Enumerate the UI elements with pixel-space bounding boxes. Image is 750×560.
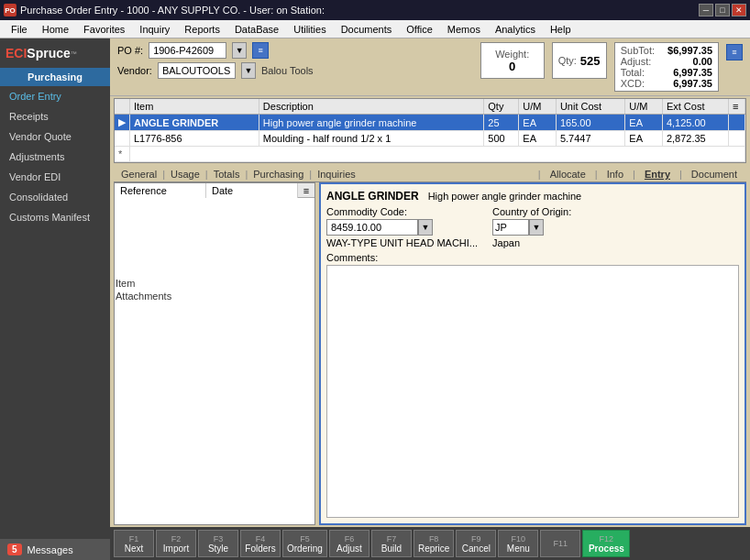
qty-value: 525 bbox=[580, 54, 601, 68]
item-um2: EA bbox=[625, 131, 663, 147]
messages-badge: 5 bbox=[7, 544, 22, 555]
col-settings-btn[interactable]: ≡ bbox=[729, 99, 745, 115]
subtot-label: SubTot: bbox=[621, 45, 655, 56]
menu-item-memos[interactable]: Memos bbox=[440, 22, 488, 37]
tab-inquiries[interactable]: Inquiries bbox=[314, 167, 359, 181]
window-title: Purchase Order Entry - 1000 - ANY SUPPLY… bbox=[20, 5, 325, 16]
po-label: PO #: bbox=[117, 45, 143, 56]
fkey-f12-process[interactable]: F12 Process bbox=[582, 530, 630, 557]
tab-allocate[interactable]: Allocate bbox=[545, 167, 591, 181]
menu-item-database[interactable]: DataBase bbox=[227, 22, 286, 37]
app-icon: PO bbox=[4, 4, 17, 16]
customs-item-name: ANGLE GRINDER bbox=[326, 190, 419, 203]
sidebar-item-order-entry[interactable]: Order Entry bbox=[0, 86, 110, 106]
sidebar-item-receipts[interactable]: Receipts bbox=[0, 106, 110, 126]
fkey-f9[interactable]: F9 Cancel bbox=[456, 530, 496, 557]
weight-label: Weight: bbox=[495, 49, 529, 60]
col-um: U/M bbox=[519, 99, 557, 115]
content-area: PO #: ▼ ≡ Vendor: ▼ Balou Tools Weight: … bbox=[110, 38, 750, 560]
menu-item-office[interactable]: Office bbox=[399, 22, 440, 37]
item-name: L1776-856 bbox=[130, 131, 259, 147]
commodity-code-label: Commodity Code: bbox=[326, 206, 478, 217]
menu-item-home[interactable]: Home bbox=[35, 22, 76, 37]
financial-summary: SubTot: $6,997.35 Adjust: 0.00 Total: 6,… bbox=[614, 42, 719, 92]
sidebar-item-customs-manifest[interactable]: Customs Manifest bbox=[0, 207, 110, 227]
item-qty: 500 bbox=[484, 131, 519, 147]
comments-textarea[interactable] bbox=[326, 265, 739, 518]
logo-eci: ECI bbox=[6, 46, 27, 60]
sidebar-messages[interactable]: 5 Messages bbox=[0, 539, 110, 560]
po-number-input[interactable] bbox=[149, 42, 226, 59]
item-name: ANGLE GRINDER bbox=[130, 115, 259, 131]
weight-value: 0 bbox=[495, 60, 529, 73]
adjust-value: 0.00 bbox=[662, 56, 712, 67]
col-ext-cost: Ext Cost bbox=[662, 99, 728, 115]
vendor-input[interactable] bbox=[158, 62, 236, 79]
fkey-f2[interactable]: F2 Import bbox=[156, 530, 196, 557]
tab-entry[interactable]: Entry bbox=[639, 167, 676, 181]
menu-item-help[interactable]: Help bbox=[543, 22, 579, 37]
row-arrow: ▶ bbox=[115, 115, 130, 131]
table-row-empty: * bbox=[115, 147, 745, 162]
tab-strip: General | Usage | Totals | Purchasing | … bbox=[114, 165, 746, 182]
tab-purchasing[interactable]: Purchasing bbox=[249, 167, 307, 181]
vendor-dropdown-button[interactable]: ▼ bbox=[241, 62, 256, 79]
item-qty: 25 bbox=[484, 115, 519, 131]
fkey-f7[interactable]: F7 Build bbox=[371, 530, 412, 557]
po-header: PO #: ▼ ≡ Vendor: ▼ Balou Tools Weight: … bbox=[110, 38, 750, 96]
table-row[interactable]: L1776-856 Moulding - half round 1/2 x 1 … bbox=[115, 131, 745, 147]
sidebar-item-consolidated[interactable]: Consolidated bbox=[0, 187, 110, 207]
tab-document[interactable]: Document bbox=[686, 167, 743, 181]
header-list-button[interactable]: ≡ bbox=[726, 44, 743, 60]
fkey-f1[interactable]: F1 Next bbox=[114, 530, 154, 557]
attachments-panel: Reference Date ≡ bbox=[114, 182, 315, 525]
att-settings-btn[interactable]: ≡ bbox=[298, 183, 314, 198]
fkey-f5[interactable]: F5 Ordering bbox=[282, 530, 327, 557]
po-dropdown-button[interactable]: ▼ bbox=[232, 42, 247, 59]
menu-item-inquiry[interactable]: Inquiry bbox=[132, 22, 177, 37]
country-dropdown-btn[interactable]: ▼ bbox=[529, 219, 544, 236]
menu-item-analytics[interactable]: Analytics bbox=[488, 22, 543, 37]
item-ext-cost: 2,872.35 bbox=[662, 131, 728, 147]
col-qty: Qty bbox=[484, 99, 519, 115]
logo-spruce: Spruce bbox=[27, 46, 70, 60]
table-row[interactable]: ▶ ANGLE GRINDER High power angle grinder… bbox=[115, 115, 745, 131]
tab-totals[interactable]: Totals bbox=[210, 167, 244, 181]
sidebar-item-adjustments[interactable]: Adjustments bbox=[0, 147, 110, 167]
menu-item-reports[interactable]: Reports bbox=[177, 22, 227, 37]
fkey-f11[interactable]: F11 bbox=[540, 530, 580, 557]
sidebar-logo: ECI Spruce ™ bbox=[0, 38, 110, 68]
window-controls[interactable]: ─ □ ✕ bbox=[699, 4, 746, 16]
tab-usage[interactable]: Usage bbox=[167, 167, 204, 181]
commodity-dropdown-btn[interactable]: ▼ bbox=[418, 219, 433, 236]
minimize-button[interactable]: ─ bbox=[699, 4, 713, 16]
menu-item-file[interactable]: File bbox=[4, 22, 35, 37]
sidebar-section: Purchasing bbox=[0, 68, 110, 86]
fkey-f10[interactable]: F10 Menu bbox=[498, 530, 538, 557]
maximize-button[interactable]: □ bbox=[715, 4, 730, 16]
tab-info[interactable]: Info bbox=[601, 167, 629, 181]
menu-item-favorites[interactable]: Favorites bbox=[76, 22, 132, 37]
menu-item-utilities[interactable]: Utilities bbox=[286, 22, 333, 37]
menu-bar: FileHomeFavoritesInquiryReportsDataBaseU… bbox=[0, 20, 750, 38]
customs-panel: ANGLE GRINDER High power angle grinder m… bbox=[319, 182, 746, 525]
logo-tm: ™ bbox=[71, 50, 77, 57]
menu-item-documents[interactable]: Documents bbox=[334, 22, 400, 37]
fkey-f8[interactable]: F8 Reprice bbox=[414, 530, 454, 557]
fkey-f6[interactable]: F6 Adjust bbox=[329, 530, 369, 557]
country-origin-input[interactable] bbox=[492, 219, 529, 236]
subtot-value: $6,997.35 bbox=[662, 45, 712, 56]
fkey-f4[interactable]: F4 Folders bbox=[240, 530, 281, 557]
commodity-code-input[interactable] bbox=[326, 219, 418, 236]
sidebar-item-vendor-edi[interactable]: Vendor EDI bbox=[0, 167, 110, 187]
xcd-label: XCD: bbox=[621, 78, 645, 89]
adjust-label: Adjust: bbox=[621, 56, 652, 67]
po-list-button[interactable]: ≡ bbox=[252, 42, 269, 59]
sidebar-item-vendor-quote[interactable]: Vendor Quote bbox=[0, 126, 110, 147]
order-table: Item Description Qty U/M Unit Cost U/M E… bbox=[115, 99, 745, 162]
row-arrow bbox=[115, 131, 130, 147]
tab-general[interactable]: General bbox=[117, 167, 160, 181]
qty-box: Qty: 525 bbox=[552, 42, 607, 79]
fkey-f3[interactable]: F3 Style bbox=[198, 530, 238, 557]
close-button[interactable]: ✕ bbox=[732, 4, 746, 16]
